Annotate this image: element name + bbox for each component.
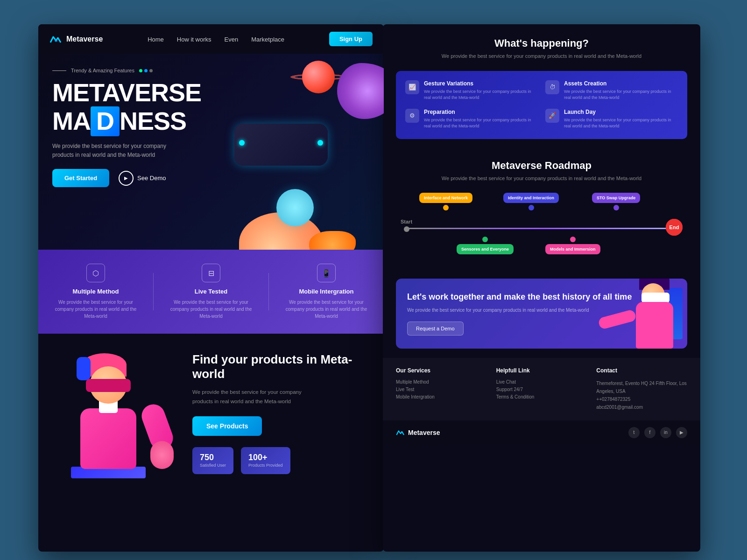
products-section: Find your products in Meta-world We prov… [38, 334, 384, 488]
footer-link-0-2[interactable]: Mobile Intergration [396, 394, 487, 399]
wh-title-0: Gesture Variations [424, 80, 538, 87]
features-bar: ⬡ Multiple Method We provide the best se… [38, 250, 384, 334]
feature-desc-1: We provide the best service for your com… [168, 299, 254, 320]
illustration-person [52, 348, 183, 478]
footer-link-0-0[interactable]: Multiple Method [396, 379, 487, 385]
wh-desc-1: We provide the best service for your com… [564, 89, 678, 101]
whats-happening-title: What's happening? [396, 37, 687, 49]
wh-title-2: Preparation [424, 109, 538, 115]
nav-marketplace[interactable]: Marketplace [251, 36, 284, 43]
footer-address: Themeforest, Evento HQ 24 Fifth Floor, L… [596, 379, 687, 411]
svg-point-0 [55, 39, 57, 42]
node-dot-identity [529, 205, 534, 210]
roadmap-section: Metaverse Roadmap We provide the best se… [383, 148, 700, 279]
products-title: Find your products in Meta-world [192, 352, 370, 381]
footer-col-title-services: Our Services [396, 367, 487, 374]
dot-green [139, 69, 142, 72]
signup-button[interactable]: Sign Up [329, 32, 373, 46]
wh-item-1: ⏱ Assets Creation We provide the best se… [545, 80, 678, 101]
feature-title-0: Multiple Method [52, 288, 139, 295]
feature-title-1: Live Tested [168, 288, 254, 295]
stat-box-0: 750 Satisfied User [192, 447, 233, 474]
social-instagram[interactable]: in [660, 427, 671, 438]
footer-link-1-2[interactable]: Terms & Condition [496, 394, 587, 399]
node-dot-sensors [482, 237, 488, 242]
hero-buttons: Get Started ▶ See Demo [52, 169, 370, 187]
dot-gray [149, 69, 153, 72]
wh-content-1: Assets Creation We provide the best serv… [564, 80, 678, 101]
footer-logo: Metaverse [396, 429, 440, 436]
wh-item-0: 📈 Gesture Variations We provide the best… [405, 80, 538, 101]
illus-vr-glasses [86, 379, 131, 392]
logo: Metaverse [49, 34, 103, 44]
see-products-button[interactable]: See Products [192, 416, 262, 436]
title-part2: NESS [120, 107, 186, 135]
roadmap-node-start: Start [401, 219, 412, 234]
request-demo-button[interactable]: Request a Demo [407, 322, 464, 336]
cta-title: Let's work together and make the best hi… [407, 292, 676, 302]
feature-icon-0: ⬡ [86, 264, 105, 282]
cta-description: We provide the best service for your com… [407, 307, 676, 314]
feature-desc-2: We provide the best service for your com… [283, 299, 370, 320]
see-demo-label: See Demo [137, 175, 166, 182]
feature-item-1: ⊟ Live Tested We provide the best servic… [163, 264, 259, 320]
social-facebook[interactable]: f [644, 427, 655, 438]
main-page: Metaverse Home How it works Even Marketp… [38, 24, 384, 552]
footer-link-1-0[interactable]: Live Chat [496, 379, 587, 385]
feature-divider-1 [153, 273, 154, 310]
roadmap-line [405, 228, 678, 229]
whats-happening-section: What's happening? We provide the best se… [383, 24, 700, 148]
footer-socials: t f in ▶ [628, 427, 687, 438]
roadmap-node-sto: STO Swap Upgrade [592, 193, 640, 212]
title-highlight: D [91, 106, 120, 136]
wh-content-0: Gesture Variations We provide the best s… [424, 80, 538, 101]
badge-dots [139, 69, 153, 72]
badge-line [52, 70, 66, 71]
orange-blob [309, 231, 356, 250]
wh-icon-3: 🚀 [545, 109, 559, 123]
illus-torso [80, 408, 136, 469]
node-box-identity: Identity and Interaction [503, 193, 559, 203]
stat-label-0: Satisfied User [200, 462, 226, 469]
badge-text: Trendy & Amazing Features [71, 68, 134, 73]
stat-box-1: 100+ Products Provided [241, 447, 290, 474]
footer-col-services: Our Services Multiple Method Live Test M… [396, 367, 487, 411]
vr-light-left [239, 140, 245, 146]
node-box-sensors: Sensores and Everyone [457, 244, 514, 254]
wh-item-2: ⚙ Preparation We provide the best servic… [405, 109, 538, 130]
roadmap-node-identity: Identity and Interaction [503, 193, 559, 212]
footer-bottom: Metaverse t f in ▶ [383, 420, 700, 445]
see-demo-button[interactable]: ▶ See Demo [119, 171, 166, 186]
nav-how[interactable]: How it works [177, 36, 211, 43]
hero-title: METAVERSE MADNESS [52, 79, 370, 136]
feature-desc-0: We provide the best service for your com… [52, 299, 139, 320]
products-content: Find your products in Meta-world We prov… [192, 348, 370, 474]
wh-desc-2: We provide the best service for your com… [424, 117, 538, 130]
cta-section: Let's work together and make the best hi… [396, 279, 687, 348]
node-box-sto: STO Swap Upgrade [592, 193, 640, 203]
stat-label-1: Products Provided [248, 462, 283, 469]
wh-desc-0: We provide the best service for your com… [424, 89, 538, 101]
get-started-button[interactable]: Get Started [52, 169, 109, 187]
wh-icon-2: ⚙ [405, 109, 419, 123]
play-icon: ▶ [119, 171, 134, 186]
social-twitter[interactable]: t [628, 427, 640, 438]
footer-link-1-1[interactable]: Support 24/7 [496, 387, 587, 392]
node-box-interface: Interface and Network [419, 193, 472, 203]
wh-title-1: Assets Creation [564, 80, 678, 87]
roadmap-node-models: Models and Immersion [545, 235, 600, 254]
roadmap-node-sensors: Sensores and Everyone [457, 235, 514, 254]
stat-number-1: 100+ [248, 453, 283, 462]
nav-home[interactable]: Home [148, 36, 164, 43]
roadmap-diagram: Start Interface and Network Sensores and… [396, 193, 687, 267]
node-dot-models [570, 237, 576, 242]
footer-brand-name: Metaverse [408, 429, 440, 436]
hero-title-line2: MADNESS [52, 106, 370, 136]
roadmap-node-interface: Interface and Network [419, 193, 472, 212]
cloud-blob [276, 189, 314, 226]
roadmap-node-end: End [666, 219, 683, 236]
social-youtube[interactable]: ▶ [676, 427, 687, 438]
footer-link-0-1[interactable]: Live Test [396, 387, 487, 392]
roadmap-title: Metaverse Roadmap [396, 160, 687, 172]
nav-even[interactable]: Even [225, 36, 239, 43]
